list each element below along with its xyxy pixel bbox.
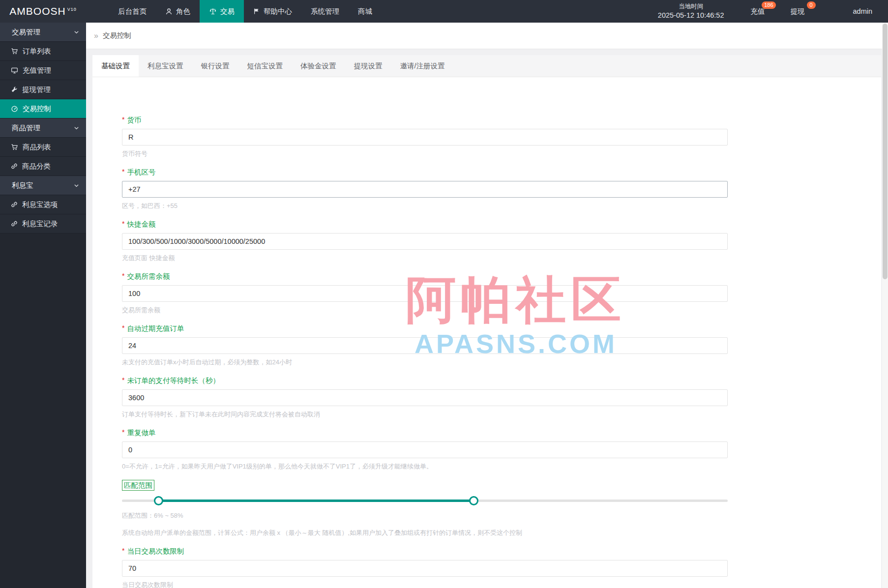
- settings-card: 基础设置利息宝设置银行设置短信宝设置体验金设置提现设置邀请/注册设置 *货币货币…: [92, 55, 881, 588]
- vertical-scrollbar[interactable]: [882, 23, 888, 588]
- withdraw-badge: 0: [807, 1, 816, 9]
- field-label-text: 自动过期充值订单: [127, 324, 184, 332]
- phone-area-code-input[interactable]: [122, 181, 728, 198]
- withdraw-shortcut-label: 提现: [791, 7, 805, 16]
- field-label: *未订单的支付等待时长（秒）: [122, 376, 728, 385]
- sidebar-item-product-category[interactable]: 商品分类: [0, 157, 86, 176]
- field-label: *货币: [122, 115, 728, 124]
- sidebar-item-order-list[interactable]: 订单列表: [0, 42, 86, 61]
- required-asterisk: *: [122, 220, 124, 228]
- page-title: 交易控制: [103, 31, 131, 40]
- sidebar-item-lixibao-records[interactable]: 利息宝记录: [0, 214, 86, 234]
- app-logo-version: V10: [67, 7, 77, 12]
- required-asterisk: *: [122, 324, 124, 332]
- nav-trade[interactable]: 交易: [200, 0, 244, 23]
- tab-label: 体验金设置: [300, 61, 336, 71]
- required-asterisk: *: [122, 376, 124, 384]
- daily-trade-count-limit-input[interactable]: [122, 560, 728, 577]
- link-icon: [11, 163, 18, 170]
- nav-help-center[interactable]: 帮助中心: [244, 0, 301, 23]
- field-hint: 充值页面 快捷金额: [122, 254, 728, 262]
- sidebar-item-withdraw-management[interactable]: 提现管理: [0, 80, 86, 99]
- app-logo: AMBOOSH V10: [0, 0, 86, 23]
- gauge-icon: [11, 105, 18, 113]
- field-label-text: 重复做单: [127, 429, 155, 437]
- scrollbar-thumb[interactable]: [883, 24, 888, 279]
- tab-label: 提现设置: [354, 61, 383, 71]
- sidebar-item-trade-control[interactable]: 交易控制: [0, 99, 86, 118]
- tab-withdraw-settings[interactable]: 提现设置: [345, 55, 391, 77]
- field-label-text: 当日交易次数限制: [127, 547, 184, 555]
- nav-item-label: 角色: [176, 7, 190, 16]
- tab-label: 银行设置: [201, 61, 230, 71]
- group-product-management[interactable]: 商品管理: [0, 118, 86, 138]
- main-area: » 交易控制 基础设置利息宝设置银行设置短信宝设置体验金设置提现设置邀请/注册设…: [86, 23, 888, 588]
- chevron-down-icon: [74, 29, 79, 35]
- field-label-text: 货币: [127, 116, 141, 124]
- nav-dashboard[interactable]: 后台首页: [109, 0, 156, 23]
- quick-amounts-input[interactable]: [122, 233, 728, 250]
- cart-icon: [11, 144, 18, 151]
- field-currency: *货币货币符号: [122, 115, 728, 158]
- required-asterisk: *: [122, 428, 124, 436]
- field-label: *重复做单: [122, 428, 728, 437]
- user-menu[interactable]: admin: [837, 0, 888, 23]
- sidebar-group-label: 交易管理: [12, 28, 40, 37]
- nav-item-label: 交易: [220, 7, 235, 16]
- required-asterisk: *: [122, 547, 124, 555]
- sidebar-item-recharge-management[interactable]: 充值管理: [0, 61, 86, 80]
- flag-icon: [253, 8, 260, 15]
- group-trade-management[interactable]: 交易管理: [0, 23, 86, 42]
- tab-trial-fund-settings[interactable]: 体验金设置: [292, 55, 345, 77]
- chevron-down-icon: [74, 183, 79, 188]
- withdraw-shortcut[interactable]: 提现 0: [778, 0, 818, 23]
- sidebar-item-lixibao-options[interactable]: 利息宝选项: [0, 195, 86, 214]
- trade-required-balance-input[interactable]: [122, 285, 728, 302]
- slider-handle-min[interactable]: [154, 496, 163, 505]
- nav-system-management[interactable]: 系统管理: [301, 0, 349, 23]
- admin-page: AMBOOSH V10 后台首页角色交易帮助中心系统管理商城 当地时间 2025…: [0, 0, 888, 588]
- field-phone-area-code: *手机区号区号，如巴西：+55: [122, 167, 728, 210]
- user-icon: [165, 8, 173, 15]
- refresh-button[interactable]: [818, 0, 837, 23]
- sidebar-item-label: 商品列表: [23, 143, 51, 152]
- screen-icon: [11, 67, 18, 74]
- match-range-slider[interactable]: [122, 494, 728, 507]
- group-lixibao[interactable]: 利息宝: [0, 176, 86, 195]
- sidebar-item-label: 充值管理: [23, 66, 51, 75]
- tab-bank-settings[interactable]: 银行设置: [192, 55, 238, 77]
- repeat-order-input[interactable]: [122, 441, 728, 458]
- tab-label: 短信宝设置: [247, 61, 283, 71]
- field-hint: 匹配范围：6% ~ 58%: [122, 512, 728, 520]
- field-hint: 订单支付等待时长，新下订单未在此时间内容完成支付将会被自动取消: [122, 411, 728, 418]
- tab-basic-settings[interactable]: 基础设置: [92, 55, 139, 77]
- field-label: *快捷金额: [122, 219, 728, 229]
- settings-tabs: 基础设置利息宝设置银行设置短信宝设置体验金设置提现设置邀请/注册设置: [92, 55, 881, 77]
- tab-sms-settings[interactable]: 短信宝设置: [238, 55, 292, 77]
- field-daily-trade-count-limit: *当日交易次数限制当日交易次数限制: [122, 546, 728, 588]
- auto-expire-recharge-order-input[interactable]: [122, 337, 728, 354]
- nav-item-label: 帮助中心: [264, 7, 292, 16]
- menu-toggle-button[interactable]: [86, 0, 109, 23]
- wrench-icon: [11, 86, 18, 93]
- tab-invite-register-settings[interactable]: 邀请/注册设置: [391, 55, 454, 77]
- tab-label: 基础设置: [101, 61, 130, 71]
- sidebar-item-label: 利息宝选项: [22, 200, 58, 209]
- app-logo-text: AMBOOSH: [9, 5, 65, 17]
- recharge-shortcut[interactable]: 充值 186: [738, 0, 778, 23]
- sidebar-item-product-list[interactable]: 商品列表: [0, 138, 86, 157]
- slider-handle-max[interactable]: [469, 496, 478, 505]
- field-hint: 当日交易次数限制: [122, 581, 728, 588]
- sidebar-item-label: 商品分类: [22, 162, 51, 171]
- order-payment-wait-seconds-input[interactable]: [122, 389, 728, 406]
- currency-input[interactable]: [122, 129, 728, 146]
- tab-label: 邀请/注册设置: [400, 61, 445, 71]
- sidebar-item-label: 交易控制: [23, 104, 51, 114]
- navbar-right: 当地时间 2025-05-12 10:46:52 充值 186 提现 0 adm…: [644, 0, 888, 23]
- breadcrumb: » 交易控制: [86, 23, 888, 49]
- nav-mall[interactable]: 商城: [349, 0, 382, 23]
- tab-lixibao-settings[interactable]: 利息宝设置: [139, 55, 192, 77]
- field-repeat-order: *重复做单0=不允许，1=允许，如果昨天用户做了VIP1级别的单，那么他今天就做…: [122, 428, 728, 470]
- field-label: *交易所需余额: [122, 271, 728, 281]
- nav-roles[interactable]: 角色: [156, 0, 200, 23]
